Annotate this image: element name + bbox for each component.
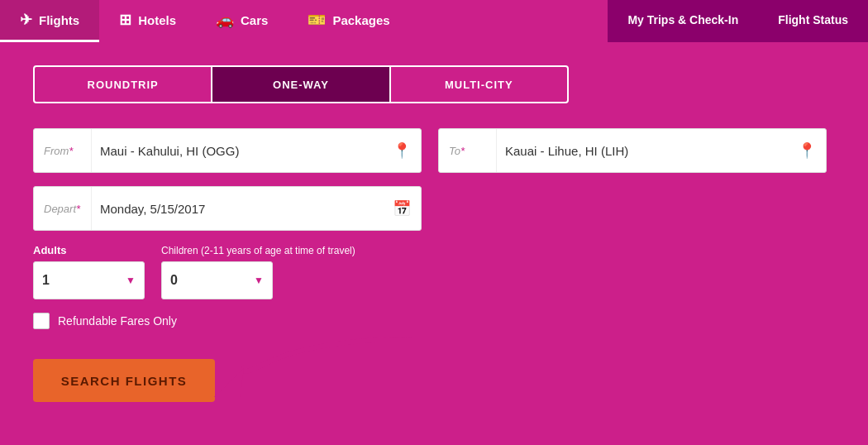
mytrips-label: My Trips & Check-In [627,13,738,26]
tab-roundtrip[interactable]: ROUNDTRIP [35,67,212,102]
children-value: 0 [170,273,178,288]
from-input-group: From* 📍 [33,128,422,173]
search-flights-button[interactable]: SEARCH FLIGHTS [33,359,215,402]
from-to-row: From* 📍 To* 📍 [33,128,835,173]
adults-value: 1 [42,273,50,288]
refundable-label: Refundable Fares Only [58,314,177,328]
depart-input-group: Depart* 📅 [33,186,422,231]
packages-icon: 🎫 [308,12,326,27]
to-input[interactable] [497,144,788,158]
children-select[interactable]: 0 ▼ [161,261,273,299]
nav-item-packages[interactable]: 🎫 Packages [288,0,409,42]
nav-mytrips[interactable]: My Trips & Check-In [608,0,758,42]
nav-item-cars[interactable]: 🚗 Cars [196,0,288,42]
tab-oneway[interactable]: ONE-WAY [212,67,390,102]
depart-input[interactable] [92,202,383,216]
tab-multicity[interactable]: MULTI-CITY [391,67,567,102]
hotels-icon: ⊞ [119,12,131,27]
location-pin-to-icon[interactable]: 📍 [788,141,826,160]
location-pin-icon[interactable]: 📍 [383,141,421,160]
to-label: To* [439,129,497,172]
cars-icon: 🚗 [216,12,234,27]
adults-group: Adults 1 ▼ [33,244,145,299]
nav-right: My Trips & Check-In Flight Status [608,0,868,42]
adults-label: Adults [33,244,145,256]
nav-cars-label: Cars [241,13,268,27]
search-row: SEARCH FLIGHTS [33,347,835,414]
nav-item-flights[interactable]: ✈ Flights [0,0,99,42]
children-label: Children (2-11 years of age at time of t… [161,245,355,256]
nav-item-hotels[interactable]: ⊞ Hotels [99,0,196,42]
adults-select[interactable]: 1 ▼ [33,261,145,299]
nav-hotels-label: Hotels [138,13,176,27]
flightstatus-label: Flight Status [778,13,848,26]
children-group: Children (2-11 years of age at time of t… [161,245,355,299]
nav-flightstatus[interactable]: Flight Status [758,0,868,42]
flights-icon: ✈ [20,12,32,27]
arrow-decoration [231,347,446,414]
main-content: ROUNDTRIP ONE-WAY MULTI-CITY From* 📍 To*… [0,42,868,430]
main-nav: ✈ Flights ⊞ Hotels 🚗 Cars 🎫 Packages My … [0,0,868,42]
trip-type-tabs: ROUNDTRIP ONE-WAY MULTI-CITY [33,65,569,103]
from-label: From* [34,129,92,172]
nav-packages-label: Packages [332,13,389,27]
depart-label: Depart* [34,187,92,230]
refundable-row: Refundable Fares Only [33,313,835,329]
calendar-icon[interactable]: 📅 [383,199,421,218]
refundable-checkbox[interactable] [33,313,50,329]
passengers-row: Adults 1 ▼ Children (2-11 years of age a… [33,244,835,299]
nav-flights-label: Flights [39,13,79,27]
from-input[interactable] [92,144,383,158]
arrow-svg [198,331,413,397]
depart-row: Depart* 📅 [33,186,835,231]
children-dropdown-icon: ▼ [254,275,264,286]
adults-dropdown-icon: ▼ [126,275,136,286]
to-input-group: To* 📍 [438,128,827,173]
